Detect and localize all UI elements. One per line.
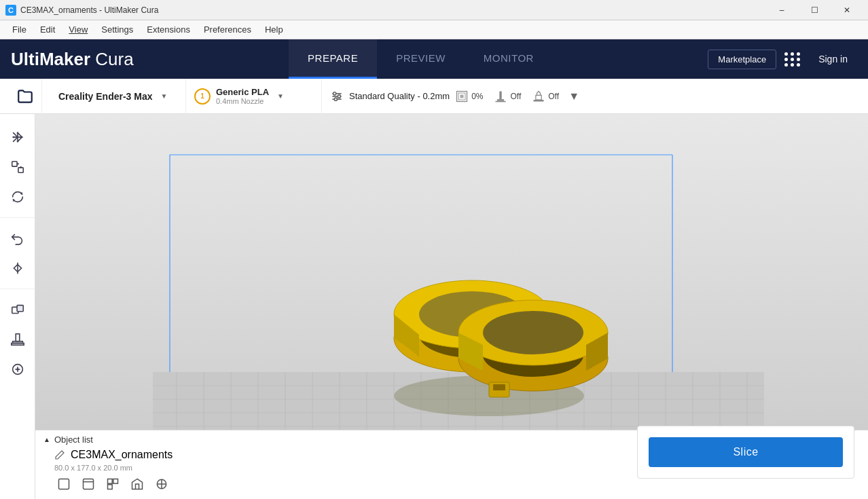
minimize-button[interactable]: – (766, 0, 797, 20)
main-area: UltiMaker ▲ Object list CE3MAX_ornaments… (0, 114, 868, 499)
obj-tool-2[interactable] (79, 475, 98, 494)
tab-preview[interactable]: PREVIEW (377, 39, 465, 79)
titlebar-title: CE3MAX_ornaments - UltiMaker Cura (20, 5, 158, 15)
settings-icon (330, 90, 344, 103)
menu-extensions[interactable]: Extensions (140, 22, 197, 37)
expand-settings-button[interactable]: ▼ (564, 87, 583, 106)
menu-preferences[interactable]: Preferences (197, 22, 258, 37)
svg-rect-9 (500, 91, 502, 99)
infill-control[interactable]: 0% (455, 90, 483, 103)
svg-point-3 (333, 92, 336, 94)
svg-rect-11 (496, 100, 506, 102)
apps-grid-button[interactable] (782, 50, 803, 69)
quality-icons: 0% Off Off (455, 90, 559, 103)
viewport[interactable]: UltiMaker ▲ Object list CE3MAX_ornaments… (35, 114, 868, 499)
material-selector[interactable]: 1 Generic PLA 0.4mm Nozzle ▼ (186, 79, 322, 114)
apps-dot (797, 63, 800, 67)
adhesion-icon (532, 90, 545, 103)
svg-rect-81 (108, 485, 113, 489)
apps-dot (784, 63, 788, 67)
rotate-tool[interactable] (5, 185, 30, 209)
mirror-tool[interactable] (5, 256, 30, 280)
open-folder-button[interactable] (8, 79, 42, 114)
menu-view[interactable]: View (62, 22, 94, 37)
material-name: Generic PLA (216, 87, 269, 97)
tab-monitor[interactable]: MONITOR (465, 39, 553, 79)
printer-selector[interactable]: Creality Ender-3 Max ▼ (50, 79, 186, 114)
obj-tool-4[interactable] (128, 475, 147, 494)
obj-tool-1[interactable] (54, 475, 73, 494)
custom-tool[interactable] (5, 357, 30, 382)
collapse-icon: ▲ (43, 436, 50, 443)
restore-button[interactable]: ☐ (799, 0, 830, 20)
svg-rect-14 (12, 162, 16, 166)
svg-rect-69 (493, 384, 505, 390)
menu-file[interactable]: File (5, 22, 33, 37)
printer-dropdown-arrow: ▼ (161, 92, 168, 100)
apps-dot (784, 52, 788, 56)
toolbar: Creality Ender-3 Max ▼ 1 Generic PLA 0.4… (0, 79, 868, 114)
permodel-tool[interactable] (5, 297, 30, 322)
support-tool[interactable] (5, 327, 30, 352)
svg-rect-8 (460, 94, 464, 98)
svg-point-5 (334, 98, 337, 100)
svg-point-68 (483, 311, 583, 354)
scale-tool[interactable] (5, 155, 30, 179)
titlebar: C CE3MAX_ornaments - UltiMaker Cura – ☐ … (0, 0, 868, 20)
support-icon (494, 90, 507, 103)
svg-rect-23 (11, 344, 23, 346)
menu-help[interactable]: Help (258, 22, 290, 37)
menu-settings[interactable]: Settings (94, 22, 140, 37)
svg-rect-77 (59, 479, 69, 489)
support-control[interactable]: Off (494, 90, 521, 103)
material-sub: 0.4mm Nozzle (216, 97, 269, 105)
object-list-label: Object list (54, 435, 93, 445)
window-controls: – ☐ ✕ (766, 0, 863, 20)
printer-name: Creality Ender-3 Max (58, 91, 153, 102)
sidebar-divider2 (0, 289, 35, 289)
infill-icon (455, 90, 469, 103)
material-info: Generic PLA 0.4mm Nozzle (216, 87, 269, 105)
menu-edit[interactable]: Edit (33, 22, 62, 37)
move-tool[interactable] (5, 125, 30, 149)
app-icon: C (5, 5, 16, 16)
support-value: Off (510, 92, 521, 101)
material-dropdown-arrow: ▼ (277, 92, 284, 100)
quality-section[interactable]: Standard Quality - 0.2mm 0% Off (322, 79, 860, 114)
logo: UltiMaker Cura (11, 49, 134, 70)
nozzle-badge: 1 (194, 88, 211, 105)
adhesion-value: Off (548, 92, 559, 101)
svg-rect-79 (108, 479, 113, 484)
sidebar-divider (0, 217, 35, 218)
obj-tool-5[interactable] (152, 475, 171, 494)
header-right: Marketplace Sign in (708, 50, 857, 69)
svg-point-4 (338, 94, 340, 97)
svg-rect-20 (17, 306, 23, 312)
menubar: File Edit View Settings Extensions Prefe… (0, 20, 868, 39)
apps-dot (797, 58, 800, 61)
logo-text: UltiMaker Cura (11, 49, 134, 70)
apps-dot (791, 58, 794, 61)
ornament-front (458, 300, 608, 391)
svg-rect-80 (113, 479, 118, 484)
obj-tool-3[interactable] (103, 475, 122, 494)
svg-point-25 (16, 368, 19, 371)
tab-prepare[interactable]: PREPARE (289, 39, 377, 79)
titlebar-left: C CE3MAX_ornaments - UltiMaker Cura (5, 5, 158, 16)
sidebar (0, 114, 35, 499)
slice-button[interactable]: Slice (649, 437, 843, 467)
undo-tool[interactable] (5, 226, 30, 251)
signin-button[interactable]: Sign in (809, 50, 857, 69)
apps-dot (784, 58, 788, 61)
apps-dot (791, 52, 794, 56)
marketplace-button[interactable]: Marketplace (708, 50, 776, 69)
infill-value: 0% (471, 92, 483, 101)
svg-rect-21 (16, 334, 20, 341)
apps-dot (797, 52, 800, 56)
close-button[interactable]: ✕ (831, 0, 863, 20)
svg-rect-15 (18, 168, 22, 172)
quality-label: Standard Quality - 0.2mm (349, 91, 450, 101)
slice-panel: Slice (637, 426, 854, 479)
adhesion-control[interactable]: Off (532, 90, 559, 103)
svg-rect-10 (497, 99, 504, 101)
